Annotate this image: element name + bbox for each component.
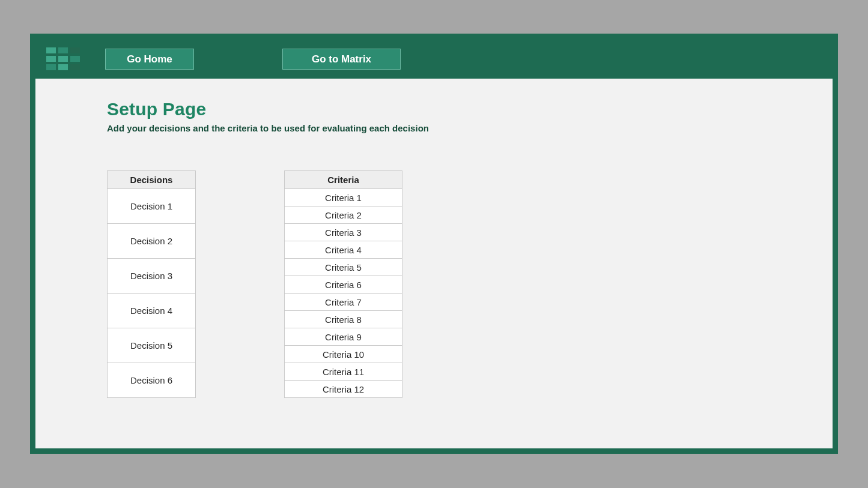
decisions-cell[interactable]: Decision 2 bbox=[108, 224, 196, 259]
decisions-table: Decisions Decision 1Decision 2Decision 3… bbox=[107, 170, 196, 398]
app-card: Go Home Go to Matrix Setup Page Add your… bbox=[30, 34, 838, 454]
tables-row: Decisions Decision 1Decision 2Decision 3… bbox=[107, 170, 833, 398]
criteria-cell[interactable]: Criteria 11 bbox=[285, 363, 402, 381]
decisions-cell[interactable]: Decision 6 bbox=[108, 363, 196, 398]
criteria-cell[interactable]: Criteria 6 bbox=[285, 276, 402, 294]
go-to-matrix-button[interactable]: Go to Matrix bbox=[282, 49, 401, 70]
decisions-cell[interactable]: Decision 5 bbox=[108, 328, 196, 363]
topbar: Go Home Go to Matrix bbox=[35, 39, 833, 79]
criteria-cell[interactable]: Criteria 1 bbox=[285, 189, 402, 206]
criteria-cell[interactable]: Criteria 8 bbox=[285, 311, 402, 328]
decisions-cell[interactable]: Decision 1 bbox=[108, 189, 196, 224]
criteria-cell[interactable]: Criteria 12 bbox=[285, 381, 402, 398]
criteria-cell[interactable]: Criteria 7 bbox=[285, 294, 402, 311]
criteria-table: Criteria Criteria 1Criteria 2Criteria 3C… bbox=[284, 170, 402, 398]
criteria-cell[interactable]: Criteria 5 bbox=[285, 259, 402, 276]
content-area: Setup Page Add your decisions and the cr… bbox=[35, 79, 833, 398]
decisions-header: Decisions bbox=[108, 171, 196, 189]
decisions-cell[interactable]: Decision 3 bbox=[108, 259, 196, 294]
criteria-cell[interactable]: Criteria 3 bbox=[285, 224, 402, 241]
criteria-cell[interactable]: Criteria 2 bbox=[285, 206, 402, 224]
page-subtitle: Add your decisions and the criteria to b… bbox=[107, 123, 833, 133]
go-home-button[interactable]: Go Home bbox=[105, 49, 194, 70]
decisions-cell[interactable]: Decision 4 bbox=[108, 294, 196, 328]
criteria-cell[interactable]: Criteria 10 bbox=[285, 346, 402, 363]
page-title: Setup Page bbox=[107, 99, 833, 119]
criteria-header: Criteria bbox=[285, 171, 402, 189]
criteria-cell[interactable]: Criteria 4 bbox=[285, 241, 402, 259]
logo-icon bbox=[46, 47, 80, 70]
criteria-cell[interactable]: Criteria 9 bbox=[285, 328, 402, 346]
